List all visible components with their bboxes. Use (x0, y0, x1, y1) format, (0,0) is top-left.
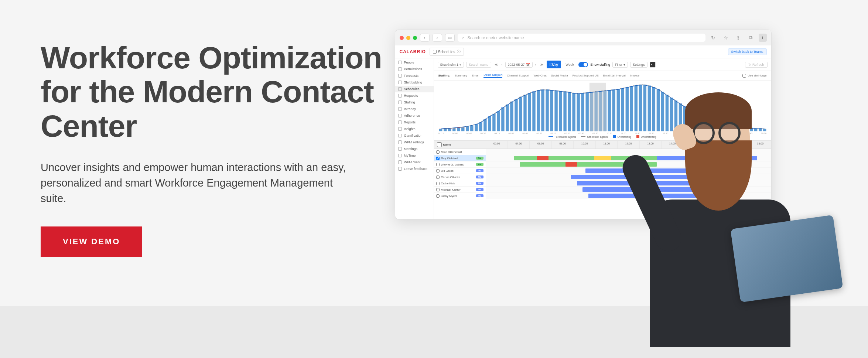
sidebar-item-mytime[interactable]: MyTime (395, 152, 434, 159)
new-tab-button[interactable]: + (759, 34, 767, 42)
sidebar-item-wfm-client[interactable]: WFM client (395, 159, 434, 166)
svg-rect-30 (506, 105, 509, 131)
menu-icon (398, 120, 402, 124)
staffing-tab-channel-support[interactable]: Channel Support (507, 74, 529, 77)
sidebar-item-adherence[interactable]: Adherence (395, 112, 434, 119)
sidebar-item-people[interactable]: People (395, 59, 434, 66)
row-checkbox[interactable] (436, 194, 440, 198)
close-tab-icon[interactable]: ⓧ (457, 49, 461, 54)
sidebar-item-forecasts[interactable]: Forecasts (395, 72, 434, 79)
use-shrinkage-checkbox[interactable]: Use shrinkage (742, 74, 766, 78)
maximize-icon[interactable] (413, 36, 417, 40)
view-demo-button[interactable]: VIEW DEMO (41, 226, 142, 257)
staffing-tab-direct-support[interactable]: Direct Support (483, 73, 502, 78)
settings-button[interactable]: Settings (630, 62, 647, 68)
person-name: Mike Dillencourt (441, 150, 462, 154)
minimize-icon[interactable] (406, 36, 410, 40)
laptop-icon (730, 215, 843, 302)
svg-rect-8 (457, 128, 460, 131)
svg-rect-32 (510, 102, 513, 131)
svg-rect-64 (581, 93, 584, 131)
prev-button[interactable]: ‹ (500, 63, 504, 67)
svg-rect-62 (577, 94, 580, 131)
app-tab-schedules[interactable]: Schedules ⓧ (430, 48, 464, 56)
svg-rect-28 (501, 108, 504, 131)
staffing-tab-email-1st-interval[interactable]: Email 1st interval (603, 74, 626, 77)
svg-rect-22 (488, 117, 491, 131)
sidebar-item-meetings[interactable]: Meetings (395, 146, 434, 152)
staffing-tab-product-support-us[interactable]: Product Support US (573, 74, 599, 77)
person-name: Michael Kantor (441, 188, 461, 191)
sidebar-item-requests[interactable]: Requests (395, 92, 434, 99)
show-staffing-toggle[interactable] (578, 62, 588, 67)
svg-rect-52 (554, 91, 557, 131)
menu-icon (398, 94, 402, 98)
row-checkbox[interactable] (436, 157, 440, 160)
sidebar-toggle-icon[interactable]: ▭ (445, 34, 455, 42)
menu-icon (398, 67, 402, 71)
menu-icon (398, 154, 402, 157)
sidebar-item-reports[interactable]: Reports (395, 119, 434, 126)
svg-rect-78 (612, 90, 615, 132)
star-icon[interactable]: ☆ (721, 34, 731, 42)
address-placeholder: Search or eneter website name (468, 35, 524, 40)
row-checkbox[interactable] (436, 150, 440, 154)
svg-rect-12 (466, 126, 469, 131)
filter-button[interactable]: Filter ▾ (612, 62, 628, 68)
forward-button[interactable]: › (433, 34, 442, 42)
svg-rect-58 (568, 92, 571, 131)
svg-rect-24 (492, 114, 495, 131)
next-day-button[interactable]: ≫ (539, 63, 544, 67)
share-icon[interactable]: ⇪ (734, 34, 743, 42)
address-bar[interactable]: ⌕ Search or eneter website name (458, 34, 705, 42)
copy-icon[interactable]: ⧉ (746, 34, 756, 42)
staffing-tab-social-media[interactable]: Social Media (551, 74, 568, 77)
svg-rect-26 (497, 111, 500, 131)
date-picker[interactable]: 2022-05-27 📅 (505, 62, 533, 68)
switch-teams-button[interactable]: Switch back to Teams (728, 48, 767, 55)
day-view-button[interactable]: Day (547, 61, 561, 68)
person-name: Bill Gates (441, 169, 454, 173)
menu-icon (398, 167, 402, 171)
person-name: Carlos Oliveira (441, 175, 460, 179)
staffing-tab-email[interactable]: Email (472, 74, 479, 77)
menu-icon (398, 114, 402, 117)
svg-rect-46 (541, 90, 544, 132)
sidebar-item-schedules[interactable]: Schedules (395, 86, 434, 92)
toolbar: Stockholm 1▾ Search name ≪ ‹ 2022-05-27 … (434, 58, 771, 71)
row-checkbox[interactable] (436, 188, 440, 191)
close-icon[interactable] (400, 36, 404, 40)
search-input[interactable]: Search name (466, 62, 491, 68)
staffing-tab-invoice[interactable]: Invoice (630, 74, 639, 77)
location-select[interactable]: Stockholm 1▾ (438, 62, 464, 68)
week-view-button[interactable]: Week (563, 62, 576, 68)
sidebar-item-gamification[interactable]: Gamification (395, 132, 434, 139)
sidebar-item-wfm-settings[interactable]: WFM settings (395, 139, 434, 146)
sidebar-item-permissions[interactable]: Permissions (395, 66, 434, 72)
sidebar-item-leave-feedback[interactable]: Leave feedback (395, 166, 434, 172)
browser-chrome: ‹ › ▭ ⌕ Search or eneter website name ↻ … (395, 30, 771, 45)
svg-rect-10 (461, 127, 464, 132)
refresh-button[interactable]: ↻ Refresh (745, 62, 767, 68)
sidebar-item-insights[interactable]: Insights (395, 126, 434, 132)
sidebar-item-shift-bidding[interactable]: Shift bidding (395, 79, 434, 86)
row-checkbox[interactable] (436, 175, 440, 179)
svg-rect-40 (528, 93, 531, 131)
reload-icon[interactable]: ↻ (708, 34, 718, 42)
svg-rect-50 (550, 91, 553, 131)
prev-day-button[interactable]: ≪ (493, 63, 499, 67)
back-button[interactable]: ‹ (420, 34, 430, 42)
row-checkbox[interactable] (436, 182, 440, 185)
staffing-tab-web-chat[interactable]: Web Chat (533, 74, 546, 77)
select-all-checkbox[interactable] (437, 142, 442, 147)
svg-rect-60 (572, 93, 575, 131)
row-checkbox[interactable] (436, 163, 440, 166)
shift-badge: PM (476, 194, 483, 197)
next-button[interactable]: › (534, 63, 537, 67)
export-button[interactable]: ▪ (650, 62, 656, 68)
row-checkbox[interactable] (436, 169, 440, 173)
sidebar-item-staffing[interactable]: Staffing (395, 99, 434, 106)
staffing-tab-summary[interactable]: Summary (455, 74, 467, 77)
sidebar-item-intraday[interactable]: Intraday (395, 106, 434, 112)
logo: CALABRIO (400, 49, 426, 54)
